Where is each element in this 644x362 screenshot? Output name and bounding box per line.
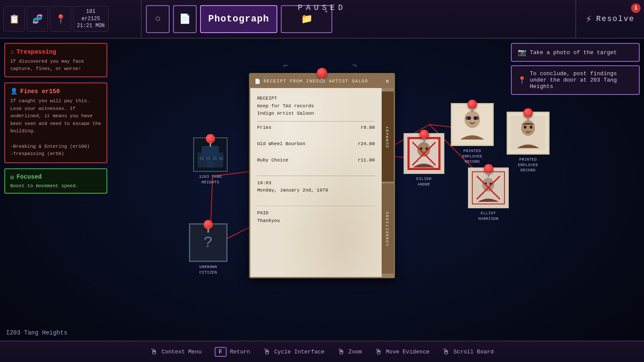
cycle-interface-button[interactable]: 🖱 Cycle Interface [263, 347, 325, 356]
tab-circle[interactable]: ○ [146, 5, 170, 33]
cycle-icon: 🖱 [263, 347, 271, 356]
bracket-left: ⌐ [283, 61, 288, 70]
svg-rect-9 [202, 146, 219, 157]
tab-bar: ○ 📄 Photograph 📁+ [142, 0, 575, 38]
move-icon: 🖱 [375, 347, 383, 356]
tab-connections[interactable]: CONNECTIONS [382, 183, 394, 274]
receipt-item-bourbon: Old Wheel Bourbon r24.00 [257, 141, 375, 146]
unknown-citizen-card[interactable]: ? UNKNOWNCITIZEN [189, 223, 228, 275]
dna-icon[interactable]: 🧬 [27, 6, 48, 32]
receipt-paid: PAID [257, 210, 375, 217]
return-button[interactable]: F Return [215, 347, 250, 357]
focused-box: ◎ Focused Boost to movement speed. [4, 168, 107, 194]
receipt-doc-icon: 📄 [255, 79, 261, 84]
instruction-post: 📍 To conclude, post findings under the d… [511, 65, 640, 95]
warning-icon: ⚠ [10, 48, 14, 55]
fines-title: 👤 Fines er150 [10, 88, 101, 95]
eilidh-label: EILIDHANDRE [416, 176, 431, 187]
receipt-pin [317, 68, 327, 83]
employee-record-1[interactable]: PRINTEDEMPLOYEERECORD [451, 103, 494, 165]
focused-title: ◎ Focused [10, 173, 101, 181]
svg-rect-11 [206, 157, 210, 160]
trespassing-text: If discovered you may face capture, fine… [10, 58, 101, 72]
pin-icon [204, 220, 213, 229]
location-icon[interactable]: 📍 [50, 6, 71, 32]
zoom-label: Zoom [349, 349, 362, 355]
hud-left: 📋 🧬 📍 101 er2125 21:21 MON [0, 0, 142, 38]
eilidh-andre-card[interactable]: EILIDHANDRE [404, 133, 444, 187]
fines-text: If caught you will pay this. Lose your w… [10, 97, 101, 158]
context-menu-label: Context Menu [161, 349, 202, 355]
employee2-label: PRINTEDEMPLOYEERECORD [518, 157, 538, 173]
elliot-label: ELLIOTHARRISON [478, 211, 498, 222]
svg-rect-14 [207, 161, 213, 167]
tab-summary[interactable]: SUMMARY [382, 91, 394, 182]
instruction-photo: 📷 Take a photo of the target [511, 43, 640, 62]
svg-point-26 [530, 126, 532, 129]
svg-rect-13 [219, 157, 223, 160]
fines-item2: -Trespassing (er50) [10, 150, 101, 158]
photo-instruction-text: Take a photo of the target [530, 49, 617, 56]
focused-icon: ◎ [10, 173, 14, 181]
receipt-header3: Indigo Artist Saloon [257, 110, 375, 118]
receipt-header2: Keep for TAX records [257, 103, 375, 110]
post-instruction-icon: 📍 [518, 76, 526, 85]
unknown-label: UNKNOWNCITIZEN [199, 265, 217, 275]
return-key: F [215, 347, 227, 357]
pin-icon [468, 100, 477, 109]
receipt-body: RECEIPT Keep for TAX records Indigo Arti… [250, 88, 394, 277]
hud-counter: 101 er2125 21:21 MON [73, 6, 109, 32]
resolve-badge: 1 [631, 3, 641, 13]
receipt-item-fries: Fries r9.00 [257, 125, 375, 130]
fines-item1: -Breaking & Entering (er100) [10, 143, 101, 151]
focused-text: Boost to movement speed. [10, 183, 101, 189]
journal-icon[interactable]: 📋 [3, 6, 25, 32]
receipt-date: Monday, January 2nd, 1979 [257, 187, 375, 195]
trespassing-box: ⚠ Trespassing If discovered you may face… [4, 43, 107, 77]
pin-icon [419, 130, 429, 139]
scroll-icon: 🖱 [442, 347, 450, 356]
pin-icon [206, 134, 215, 143]
receipt-close-button[interactable]: ✕ [385, 77, 389, 85]
right-instructions: 📷 Take a photo of the target 📍 To conclu… [511, 43, 640, 98]
pin-icon [484, 164, 493, 173]
left-panel: ⚠ Trespassing If discovered you may face… [4, 43, 107, 194]
svg-rect-22 [474, 116, 479, 120]
move-evidence-button[interactable]: 🖱 Move Evidence [375, 347, 429, 356]
bracket-right: ¬ [352, 61, 357, 70]
elliot-harrison-card[interactable]: ELLIOTHARRISON [468, 167, 509, 222]
tab-photograph[interactable]: Photograph [200, 5, 277, 33]
counter2: er2125 [82, 15, 100, 23]
move-label: Move Evidence [386, 349, 429, 355]
employee1-label: PRINTEDEMPLOYEERECORD [462, 149, 482, 165]
paused-text: PAUSED [298, 3, 346, 12]
receipt-time: 19:03 [257, 179, 375, 187]
location-tang-heights-card[interactable]: 1203 TANGHEIGHTS [193, 137, 228, 185]
svg-rect-12 [213, 157, 217, 160]
counter1: 101 [86, 8, 96, 15]
fines-icon: 👤 [10, 88, 18, 95]
current-location-label: I203 Tang Heights [6, 329, 67, 336]
zoom-button[interactable]: 🖱 Zoom [337, 347, 362, 356]
receipt-paper: RECEIPT Keep for TAX records Indigo Arti… [250, 88, 382, 277]
resolve-label: Resolve [596, 15, 635, 23]
receipt-window[interactable]: ⌐ ¬ 📄 Receipt from Indigo Artist Saloo ✕… [249, 73, 395, 278]
scroll-board-button[interactable]: 🖱 Scroll Board [442, 347, 494, 356]
post-instruction-text: To conclude, post findings under the doo… [530, 70, 633, 90]
employee-record-2[interactable]: PRINTEDEMPLOYEERECORD [507, 112, 550, 173]
resolve-content: ⚡ Resolve [586, 13, 635, 25]
svg-point-25 [524, 126, 526, 129]
svg-rect-10 [200, 157, 204, 160]
receipt-title: 📄 Receipt from Indigo Artist Saloo [255, 79, 368, 84]
cycle-label: Cycle Interface [274, 349, 325, 355]
trespassing-title: ⚠ Trespassing [10, 48, 101, 55]
context-menu-button[interactable]: 🖱 Context Menu [150, 347, 202, 356]
svg-point-24 [521, 120, 535, 136]
tab-document[interactable]: 📄 [173, 5, 197, 33]
resolve-button[interactable]: ⚡ Resolve 1 [575, 0, 644, 38]
resolve-icon: ⚡ [586, 13, 592, 25]
location-label-text: 1203 TANGHEIGHTS [199, 174, 222, 185]
time: 21:21 MON [77, 22, 105, 30]
return-label: Return [230, 349, 250, 355]
pin-icon [523, 108, 533, 118]
